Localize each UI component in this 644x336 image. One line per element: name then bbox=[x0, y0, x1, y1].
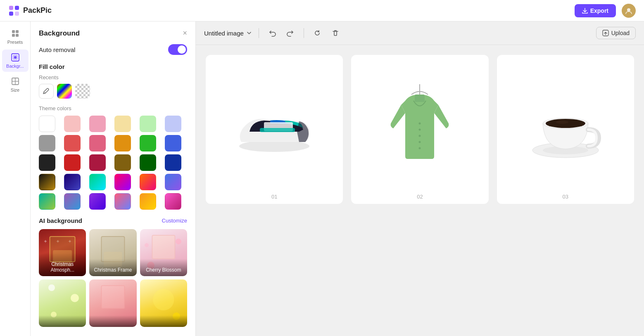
color-swatch-grad-4[interactable] bbox=[114, 174, 131, 190]
topbar-actions: Export bbox=[575, 4, 636, 18]
ai-bg-christmas-atm[interactable]: Christmas Atmosph... bbox=[39, 229, 86, 276]
redo-button[interactable] bbox=[284, 26, 297, 40]
auto-removal-label: Auto removal bbox=[39, 46, 75, 53]
color-swatch-gray[interactable] bbox=[39, 135, 55, 151]
canvas-area: Untitled image bbox=[196, 21, 644, 336]
color-swatch-grad-3[interactable] bbox=[89, 174, 106, 190]
color-swatch-olive[interactable] bbox=[114, 154, 131, 171]
ai-bg-flowers-1-label bbox=[39, 315, 86, 327]
svg-point-17 bbox=[239, 140, 309, 152]
refresh-button[interactable] bbox=[311, 26, 324, 40]
svg-rect-2 bbox=[15, 6, 19, 10]
delete-button[interactable] bbox=[329, 26, 342, 40]
color-swatch-grad-peach[interactable] bbox=[165, 193, 181, 210]
upload-label: Upload bbox=[611, 30, 630, 36]
packpic-logo-icon bbox=[8, 5, 20, 17]
svg-rect-5 bbox=[12, 30, 15, 33]
image-card-02[interactable]: 02 bbox=[351, 55, 488, 204]
color-swatch-dark-green[interactable] bbox=[140, 154, 156, 171]
svg-rect-1 bbox=[9, 12, 13, 16]
color-swatch-grad-1[interactable] bbox=[39, 174, 55, 190]
image-card-03[interactable]: 03 bbox=[497, 55, 634, 204]
color-swatch-lavender-light[interactable] bbox=[165, 116, 181, 132]
color-swatch-grad-orange-warm[interactable] bbox=[140, 193, 156, 210]
color-swatch-burgundy[interactable] bbox=[89, 154, 106, 171]
ai-background-label: AI background bbox=[39, 217, 82, 224]
svg-point-15 bbox=[45, 92, 45, 93]
color-swatch-grad-2[interactable] bbox=[64, 174, 81, 190]
auto-removal-row: Auto removal bbox=[39, 44, 187, 55]
ai-bg-flowers-3[interactable] bbox=[140, 279, 187, 327]
color-swatch-grad-pink-orange[interactable] bbox=[114, 193, 131, 210]
theme-color-grid bbox=[39, 116, 187, 210]
color-swatch-grad-teal[interactable] bbox=[39, 193, 55, 210]
toolbar-separator-2 bbox=[304, 28, 304, 38]
logo: PackPic bbox=[8, 5, 52, 17]
svg-point-27 bbox=[419, 135, 421, 137]
presets-icon bbox=[11, 29, 20, 38]
color-swatch-pink-light[interactable] bbox=[64, 116, 81, 132]
main-layout: Presets Backgr... Size Background × bbox=[0, 21, 644, 336]
svg-rect-6 bbox=[16, 30, 19, 33]
coffee-image bbox=[524, 82, 607, 165]
gradient-color-picker[interactable] bbox=[57, 84, 72, 99]
transparent-color-option[interactable] bbox=[75, 84, 90, 99]
recents-row bbox=[39, 84, 187, 99]
size-icon bbox=[11, 77, 20, 86]
presets-label: Presets bbox=[7, 40, 23, 45]
color-swatch-mint[interactable] bbox=[140, 116, 156, 132]
ai-bg-flowers-1[interactable] bbox=[39, 279, 86, 327]
eyedropper-button[interactable] bbox=[39, 84, 54, 99]
panel-title: Background bbox=[39, 29, 80, 38]
image-title-button[interactable]: Untitled image bbox=[204, 30, 252, 37]
sidebar-item-presets[interactable]: Presets bbox=[2, 26, 29, 48]
svg-point-28 bbox=[419, 141, 421, 143]
sidebar-item-size[interactable]: Size bbox=[2, 73, 29, 96]
color-swatch-grad-6[interactable] bbox=[165, 174, 181, 190]
svg-point-25 bbox=[419, 123, 421, 125]
ai-background-header: AI background Customize bbox=[39, 217, 187, 224]
customize-button[interactable]: Customize bbox=[162, 218, 187, 224]
panel-close-button[interactable]: × bbox=[183, 29, 187, 38]
color-swatch-dark-red[interactable] bbox=[64, 154, 81, 171]
color-swatch-orange[interactable] bbox=[114, 135, 131, 151]
color-swatch-grad-purple-teal[interactable] bbox=[64, 193, 81, 210]
export-button[interactable]: Export bbox=[575, 4, 616, 17]
svg-point-4 bbox=[627, 8, 630, 12]
ai-bg-flowers-3-label bbox=[140, 315, 187, 327]
sidebar-item-background[interactable]: Backgr... bbox=[2, 50, 29, 72]
color-swatch-red[interactable] bbox=[64, 135, 81, 151]
ai-bg-christmas-frame[interactable]: Christmas Frame bbox=[89, 229, 136, 276]
color-swatch-black[interactable] bbox=[39, 154, 55, 171]
image-grid: 01 bbox=[196, 45, 644, 214]
image-title-text: Untitled image bbox=[204, 30, 244, 37]
user-icon bbox=[625, 7, 632, 14]
app-name: PackPic bbox=[23, 6, 52, 15]
image-card-01[interactable]: 01 bbox=[206, 55, 343, 204]
color-swatch-navy[interactable] bbox=[165, 154, 181, 171]
ai-bg-cherry-blossom[interactable]: Cherry Blossom bbox=[140, 229, 187, 276]
auto-removal-toggle[interactable] bbox=[168, 44, 187, 55]
color-swatch-rose[interactable] bbox=[89, 116, 106, 132]
color-swatch-green[interactable] bbox=[140, 135, 156, 151]
color-swatch-grad-violet[interactable] bbox=[89, 193, 106, 210]
svg-point-26 bbox=[419, 129, 421, 131]
shirt-image bbox=[383, 82, 457, 165]
undo-button[interactable] bbox=[266, 26, 279, 40]
color-swatch-white[interactable] bbox=[39, 116, 55, 132]
ai-bg-christmas-frame-label: Christmas Frame bbox=[89, 259, 136, 276]
ai-bg-flowers-2[interactable] bbox=[89, 279, 136, 327]
svg-point-29 bbox=[419, 147, 421, 149]
color-swatch-hot-pink[interactable] bbox=[89, 135, 106, 151]
svg-rect-8 bbox=[16, 34, 19, 37]
svg-point-34 bbox=[556, 121, 568, 124]
image-label-02: 02 bbox=[417, 194, 423, 200]
user-avatar[interactable] bbox=[622, 4, 636, 18]
background-icon bbox=[11, 53, 20, 62]
upload-button[interactable]: Upload bbox=[596, 27, 636, 39]
image-card-02-inner bbox=[351, 55, 488, 192]
color-swatch-grad-5[interactable] bbox=[140, 174, 156, 190]
fill-color-section: Fill color Recents Theme colors bbox=[39, 63, 187, 210]
color-swatch-blue[interactable] bbox=[165, 135, 181, 151]
color-swatch-cream[interactable] bbox=[114, 116, 131, 132]
